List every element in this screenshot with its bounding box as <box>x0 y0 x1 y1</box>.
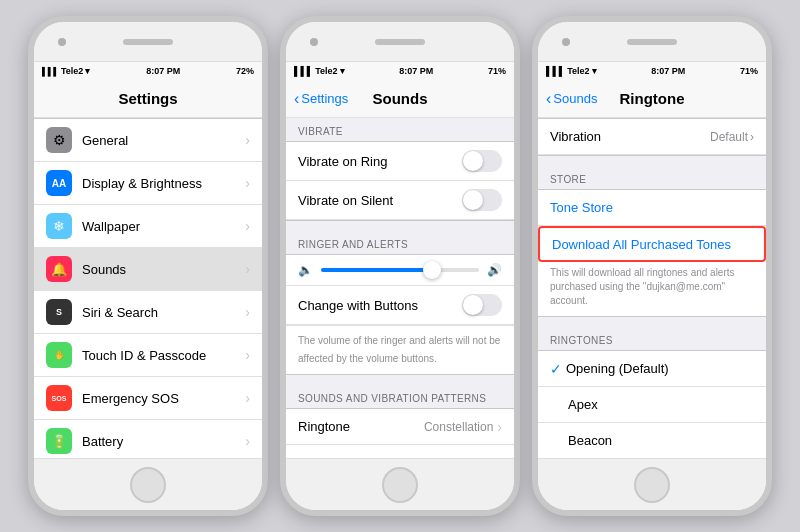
status-right-2: 71% <box>488 66 506 76</box>
row-general[interactable]: ⚙ General › <box>34 119 262 162</box>
change-buttons-label: Change with Buttons <box>298 298 418 313</box>
ringtone-list: Vibration Default › STORE Tone Store Dow… <box>538 118 766 458</box>
vibration-row[interactable]: Vibration Default › <box>538 119 766 155</box>
vibrate-ring-toggle[interactable] <box>462 150 502 172</box>
ringtone-beacon: Beacon <box>568 433 754 448</box>
ringer-group: 🔈 🔊 Change with Buttons <box>286 254 514 375</box>
time-2: 8:07 PM <box>399 66 433 76</box>
status-bar-3: ▌▌▌ Tele2 ▾ 8:07 PM 71% <box>538 62 766 80</box>
change-buttons-toggle[interactable] <box>462 294 502 316</box>
chevron-general: › <box>245 132 250 148</box>
row-touchid[interactable]: ✋ Touch ID & Passcode › <box>34 334 262 377</box>
signal-1: ▌▌▌ <box>42 67 59 76</box>
icon-sos: SOS <box>46 385 72 411</box>
sounds-list: VIBRATE Vibrate on Ring Vibrate on Silen… <box>286 118 514 458</box>
label-touchid: Touch ID & Passcode <box>82 348 245 363</box>
carrier-1: Tele2 <box>61 66 83 76</box>
vibrate-silent-row[interactable]: Vibrate on Silent <box>286 181 514 220</box>
ringtone-chevron: › <box>497 419 502 435</box>
volume-note-text: The volume of the ringer and alerts will… <box>298 335 500 364</box>
ringtone-value: Constellation <box>424 420 493 434</box>
icon-display: AA <box>46 170 72 196</box>
vibrate-silent-label: Vibrate on Silent <box>298 193 393 208</box>
icon-touchid: ✋ <box>46 342 72 368</box>
time-3: 8:07 PM <box>651 66 685 76</box>
front-camera-1 <box>58 38 66 46</box>
ringtone-item-2[interactable]: Beacon <box>538 423 766 458</box>
row-display[interactable]: AA Display & Brightness › <box>34 162 262 205</box>
ringer-section-label: RINGER AND ALERTS <box>286 231 514 254</box>
battery-2: 71% <box>488 66 506 76</box>
nav-title-sounds: Sounds <box>373 90 428 107</box>
chevron-display: › <box>245 175 250 191</box>
check-opening: ✓ <box>550 361 562 377</box>
screen-sounds: ▌▌▌ Tele2 ▾ 8:07 PM 71% ‹ Settings Sound… <box>286 62 514 458</box>
home-button-1[interactable] <box>130 467 166 503</box>
store-section-label: STORE <box>538 166 766 189</box>
volume-note: The volume of the ringer and alerts will… <box>286 325 514 374</box>
icon-battery: 🔋 <box>46 428 72 454</box>
screen-settings: ▌▌▌ Tele2 ▾ 8:07 PM 72% Settings ⚙ Gener… <box>34 62 262 458</box>
patterns-group: Ringtone Constellation › Text Tone Chord… <box>286 408 514 458</box>
back-to-settings[interactable]: ‹ Settings <box>294 91 348 107</box>
slider-fill <box>321 268 432 272</box>
time-1: 8:07 PM <box>146 66 180 76</box>
ringtone-label: Ringtone <box>298 419 424 434</box>
phone-bottom-1 <box>34 458 262 510</box>
row-wallpaper[interactable]: ❄ Wallpaper › <box>34 205 262 248</box>
row-sounds[interactable]: 🔔 Sounds › <box>34 248 262 291</box>
vibration-chevron: › <box>750 130 754 144</box>
home-button-2[interactable] <box>382 467 418 503</box>
back-to-sounds[interactable]: ‹ Sounds <box>546 91 597 107</box>
carrier-3: Tele2 <box>567 66 589 76</box>
signal-2: ▌▌▌ <box>294 66 313 76</box>
row-sos[interactable]: SOS Emergency SOS › <box>34 377 262 420</box>
spacer-3 <box>538 156 766 166</box>
texttone-row[interactable]: Text Tone Chord › <box>286 445 514 458</box>
download-row[interactable]: Download All Purchased Tones <box>538 226 766 262</box>
download-label: Download All Purchased Tones <box>552 237 731 252</box>
nav-title-ringtone: Ringtone <box>620 90 685 107</box>
ringtone-item-0[interactable]: ✓ Opening (Default) <box>538 351 766 387</box>
front-camera-2 <box>310 38 318 46</box>
row-siri[interactable]: S Siri & Search › <box>34 291 262 334</box>
speaker-1 <box>123 39 173 45</box>
status-left-3: ▌▌▌ Tele2 ▾ <box>546 66 597 76</box>
nav-bar-settings: Settings <box>34 80 262 118</box>
vibrate-ring-row[interactable]: Vibrate on Ring <box>286 142 514 181</box>
label-siri: Siri & Search <box>82 305 245 320</box>
phones-container: ▌▌▌ Tele2 ▾ 8:07 PM 72% Settings ⚙ Gener… <box>18 6 782 526</box>
phone-settings: ▌▌▌ Tele2 ▾ 8:07 PM 72% Settings ⚙ Gener… <box>28 16 268 516</box>
icon-wallpaper: ❄ <box>46 213 72 239</box>
vibration-value-container: Default › <box>710 130 754 144</box>
status-bar-2: ▌▌▌ Tele2 ▾ 8:07 PM 71% <box>286 62 514 80</box>
vibrate-ring-label: Vibrate on Ring <box>298 154 387 169</box>
row-battery[interactable]: 🔋 Battery › <box>34 420 262 458</box>
ringtone-opening: Opening (Default) <box>566 361 754 376</box>
status-right-1: 72% <box>236 66 254 76</box>
ringtones-group: ✓ Opening (Default) Apex Beacon Bulletin… <box>538 350 766 458</box>
speaker-3 <box>627 39 677 45</box>
tone-store-link[interactable]: Tone Store <box>538 190 766 226</box>
back-label-3: Sounds <box>553 91 597 106</box>
vibration-group: Vibration Default › <box>538 118 766 156</box>
volume-slider[interactable] <box>321 268 479 272</box>
ringtone-apex: Apex <box>568 397 754 412</box>
vibrate-silent-toggle[interactable] <box>462 189 502 211</box>
ringtone-row[interactable]: Ringtone Constellation › <box>286 409 514 445</box>
slider-thumb[interactable] <box>423 261 441 279</box>
chevron-touchid: › <box>245 347 250 363</box>
phone-top-2 <box>286 22 514 62</box>
phone-ringtone: ▌▌▌ Tele2 ▾ 8:07 PM 71% ‹ Sounds Rington… <box>532 16 772 516</box>
ringtone-item-1[interactable]: Apex <box>538 387 766 423</box>
battery-3: 71% <box>740 66 758 76</box>
spacer-4 <box>538 317 766 327</box>
chevron-sounds: › <box>245 261 250 277</box>
patterns-section-label: SOUNDS AND VIBRATION PATTERNS <box>286 385 514 408</box>
volume-high-icon: 🔊 <box>487 263 502 277</box>
change-buttons-row[interactable]: Change with Buttons <box>286 286 514 325</box>
home-button-3[interactable] <box>634 467 670 503</box>
wifi-3: ▾ <box>592 66 597 76</box>
spacer-1 <box>286 221 514 231</box>
phone-top-3 <box>538 22 766 62</box>
